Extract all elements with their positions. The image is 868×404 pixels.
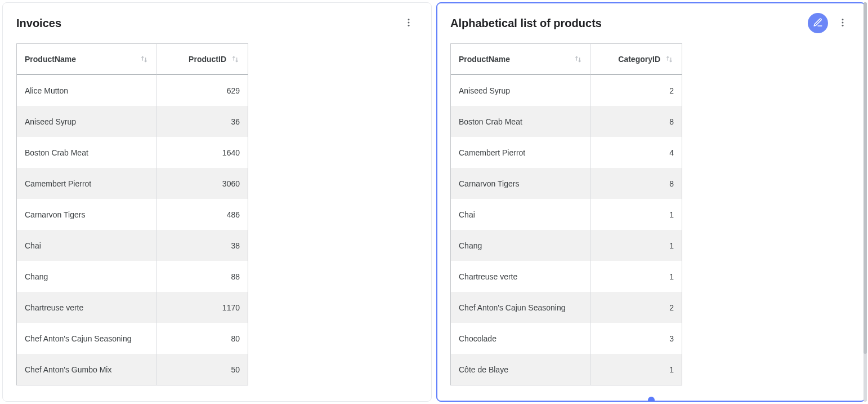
panel-products[interactable]: Alphabetical list of products — [436, 2, 866, 402]
column-label: CategoryID — [618, 55, 660, 64]
cell-product-name: Chartreuse verte — [17, 292, 156, 323]
table-row[interactable]: Chef Anton's Cajun Seasoning80 — [17, 323, 248, 354]
table-row[interactable]: Chartreuse verte1 — [451, 261, 682, 292]
cell-value: 3 — [590, 323, 682, 354]
panel-title: Alphabetical list of products — [450, 17, 808, 30]
cell-value: 2 — [590, 292, 682, 323]
cell-value: 8 — [590, 168, 682, 199]
table-row[interactable]: Chef Anton's Gumbo Mix50 — [17, 354, 248, 385]
cell-value: 1 — [590, 230, 682, 261]
cell-value: 4 — [590, 137, 682, 168]
column-label: ProductName — [459, 55, 510, 64]
more-options-button[interactable] — [833, 13, 853, 33]
table-row[interactable]: Carnarvon Tigers8 — [451, 168, 682, 199]
cell-product-name: Chai — [17, 230, 156, 261]
cell-value: 50 — [156, 354, 248, 385]
table-row[interactable]: Côte de Blaye1 — [451, 354, 682, 385]
cell-product-name: Chef Anton's Gumbo Mix — [17, 354, 156, 385]
sort-icon[interactable] — [140, 55, 149, 64]
column-label: ProductID — [189, 55, 226, 64]
table-header-row: ProductName CategoryID — [451, 44, 682, 75]
table-row[interactable]: Camembert Pierrot4 — [451, 137, 682, 168]
pencil-icon — [813, 17, 823, 29]
table-row[interactable]: Camembert Pierrot3060 — [17, 168, 248, 199]
table-row[interactable]: Chai38 — [17, 230, 248, 261]
panel-header-invoices: Invoices — [3, 3, 431, 38]
cell-product-name: Chai — [451, 199, 590, 230]
sort-icon[interactable] — [231, 55, 240, 64]
cell-value: 1640 — [156, 137, 248, 168]
table-row[interactable]: Chai1 — [451, 199, 682, 230]
cell-value: 486 — [156, 199, 248, 230]
table-row[interactable]: Carnarvon Tigers486 — [17, 199, 248, 230]
cell-product-name: Chef Anton's Cajun Seasoning — [17, 323, 156, 354]
cell-value: 80 — [156, 323, 248, 354]
more-vert-icon — [404, 17, 414, 29]
cell-product-name: Chartreuse verte — [451, 261, 590, 292]
cell-value: 1 — [590, 261, 682, 292]
table-row[interactable]: Chartreuse verte1170 — [17, 292, 248, 323]
cell-product-name: Alice Mutton — [17, 75, 156, 106]
svg-point-3 — [842, 19, 844, 20]
cell-value: 88 — [156, 261, 248, 292]
canvas: Invoices ProductName — [0, 0, 868, 404]
column-header-category-id[interactable]: CategoryID — [590, 44, 682, 75]
cell-product-name: Chang — [17, 261, 156, 292]
svg-point-4 — [842, 21, 844, 23]
table-header-row: ProductName ProductID — [17, 44, 248, 75]
column-label: ProductName — [25, 55, 76, 64]
table-row[interactable]: Chef Anton's Cajun Seasoning2 — [451, 292, 682, 323]
table-row[interactable]: Boston Crab Meat1640 — [17, 137, 248, 168]
cell-product-name: Aniseed Syrup — [17, 106, 156, 137]
svg-point-2 — [408, 24, 410, 26]
cell-product-name: Carnarvon Tigers — [17, 199, 156, 230]
svg-point-5 — [842, 24, 844, 26]
cell-value: 38 — [156, 230, 248, 261]
column-header-product-name[interactable]: ProductName — [17, 44, 156, 75]
panel-body-invoices: ProductName ProductID — [3, 38, 431, 401]
cell-product-name: Boston Crab Meat — [451, 106, 590, 137]
cell-product-name: Camembert Pierrot — [451, 137, 590, 168]
table-row[interactable]: Chang1 — [451, 230, 682, 261]
cell-product-name: Côte de Blaye — [451, 354, 590, 385]
svg-point-0 — [408, 19, 410, 20]
column-header-product-id[interactable]: ProductID — [156, 44, 248, 75]
cell-value: 1170 — [156, 292, 248, 323]
cell-product-name: Aniseed Syrup — [451, 75, 590, 106]
column-header-product-name[interactable]: ProductName — [451, 44, 590, 75]
panel-header-products: Alphabetical list of products — [437, 3, 865, 38]
scrollbar-thumb[interactable] — [863, 2, 867, 354]
cell-product-name: Carnarvon Tigers — [451, 168, 590, 199]
cell-value: 3060 — [156, 168, 248, 199]
cell-product-name: Chocolade — [451, 323, 590, 354]
table-row[interactable]: Chang88 — [17, 261, 248, 292]
table-row[interactable]: Chocolade3 — [451, 323, 682, 354]
cell-value: 2 — [590, 75, 682, 106]
invoices-table: ProductName ProductID — [16, 43, 248, 385]
panel-invoices[interactable]: Invoices ProductName — [2, 2, 432, 402]
cell-value: 8 — [590, 106, 682, 137]
table-row[interactable]: Aniseed Syrup36 — [17, 106, 248, 137]
cell-product-name: Camembert Pierrot — [17, 168, 156, 199]
cell-value: 36 — [156, 106, 248, 137]
cell-product-name: Chang — [451, 230, 590, 261]
edit-button[interactable] — [808, 13, 828, 33]
cell-value: 1 — [590, 354, 682, 385]
table-row[interactable]: Boston Crab Meat8 — [451, 106, 682, 137]
more-options-button[interactable] — [399, 13, 419, 33]
cell-product-name: Chef Anton's Cajun Seasoning — [451, 292, 590, 323]
cell-value: 1 — [590, 199, 682, 230]
sort-icon[interactable] — [574, 55, 583, 64]
svg-point-1 — [408, 21, 410, 23]
cell-value: 629 — [156, 75, 248, 106]
table-row[interactable]: Alice Mutton629 — [17, 75, 248, 106]
cell-product-name: Boston Crab Meat — [17, 137, 156, 168]
panel-body-products: ProductName CategoryID — [437, 38, 865, 401]
table-row[interactable]: Aniseed Syrup2 — [451, 75, 682, 106]
products-table: ProductName CategoryID — [450, 43, 682, 385]
resize-handle-bottom[interactable] — [648, 397, 655, 402]
more-vert-icon — [838, 17, 848, 29]
sort-icon[interactable] — [665, 55, 674, 64]
panel-title: Invoices — [16, 17, 399, 30]
scrollbar-vertical[interactable] — [863, 2, 867, 402]
